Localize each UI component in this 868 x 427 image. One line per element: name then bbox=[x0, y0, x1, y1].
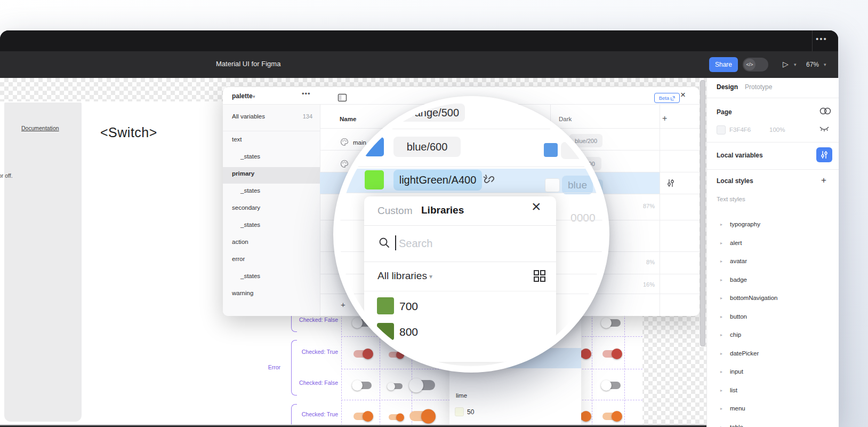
zoom-level[interactable]: 67% bbox=[806, 61, 819, 68]
style-row-table[interactable]: ▸table bbox=[707, 424, 839, 427]
style-row-avatar[interactable]: ▸avatar bbox=[707, 258, 839, 268]
caret-right-icon[interactable]: ▸ bbox=[720, 259, 722, 264]
switch-unchecked-small[interactable] bbox=[389, 383, 403, 389]
style-row-input[interactable]: ▸input bbox=[707, 368, 839, 379]
add-variable-icon[interactable]: + bbox=[341, 300, 345, 309]
caret-right-icon[interactable]: ▸ bbox=[720, 406, 722, 411]
caret-right-icon[interactable]: ▸ bbox=[720, 278, 722, 282]
more-menu-icon[interactable]: ••• bbox=[816, 34, 827, 43]
tab-libraries[interactable]: Libraries bbox=[421, 204, 464, 216]
magnified-chip-blue-50[interactable]: blue bbox=[562, 176, 593, 194]
add-style-icon[interactable]: + bbox=[821, 175, 826, 186]
collection-dropdown[interactable]: palette bbox=[232, 92, 253, 100]
style-row-list[interactable]: ▸list bbox=[707, 387, 839, 398]
window-bottom-edge bbox=[0, 424, 706, 425]
hidden-eye-icon[interactable] bbox=[819, 126, 830, 132]
sliders-icon[interactable] bbox=[666, 178, 675, 188]
switch-checked-warning-large[interactable] bbox=[409, 411, 434, 421]
switch-checked-warning[interactable] bbox=[353, 413, 372, 420]
canvas-scrollbar[interactable] bbox=[700, 80, 705, 346]
panel-menu-icon[interactable]: ••• bbox=[302, 90, 311, 98]
sidebar-group-primary[interactable]: primary bbox=[232, 170, 254, 177]
tab-design[interactable]: Design bbox=[717, 83, 738, 91]
caret-right-icon[interactable]: ▸ bbox=[720, 296, 722, 301]
share-button[interactable]: Share bbox=[709, 57, 738, 72]
style-row-chip[interactable]: ▸chip bbox=[707, 331, 839, 342]
tab-prototype[interactable]: Prototype bbox=[745, 83, 772, 91]
switch-checked-warning-small[interactable] bbox=[389, 414, 403, 420]
sidebar-group-warning[interactable]: warning bbox=[232, 290, 253, 296]
switch-checked-error[interactable] bbox=[602, 350, 621, 358]
page-opacity[interactable]: 100% bbox=[769, 126, 785, 133]
library-item[interactable]: 50 bbox=[467, 408, 474, 416]
style-label: list bbox=[730, 387, 737, 393]
style-row-typography[interactable]: ▸typography bbox=[707, 221, 839, 232]
caret-right-icon[interactable]: ▸ bbox=[720, 369, 722, 374]
blend-icon[interactable] bbox=[819, 107, 832, 115]
sidebar-group-text[interactable]: text bbox=[232, 136, 242, 143]
sidebar-group-states[interactable]: _states bbox=[240, 273, 260, 279]
style-row-alert[interactable]: ▸alert bbox=[707, 240, 839, 250]
search-input[interactable]: Search bbox=[399, 238, 432, 250]
style-row-badge[interactable]: ▸badge bbox=[707, 276, 839, 287]
caret-right-icon[interactable]: ▸ bbox=[720, 388, 722, 393]
open-variables-button[interactable] bbox=[816, 147, 832, 162]
switch-unchecked[interactable] bbox=[353, 382, 372, 389]
close-icon[interactable]: × bbox=[680, 90, 686, 100]
divider bbox=[223, 131, 320, 131]
library-item-800[interactable]: 800 bbox=[399, 326, 418, 338]
beta-label: Beta bbox=[659, 95, 670, 101]
all-variables-item[interactable]: All variables bbox=[232, 113, 265, 120]
sidebar-group-action[interactable]: action bbox=[232, 239, 248, 245]
detach-variable-icon[interactable] bbox=[481, 172, 496, 187]
switch-checked-warning[interactable] bbox=[602, 413, 621, 420]
tab-custom[interactable]: Custom bbox=[377, 205, 412, 217]
documentation-link[interactable]: Documentation bbox=[21, 125, 59, 131]
library-filter-dropdown[interactable]: All libraries bbox=[377, 270, 427, 282]
caret-right-icon[interactable]: ▸ bbox=[720, 333, 722, 337]
beta-badge[interactable]: Beta bbox=[654, 93, 680, 103]
figma-canvas[interactable]: Documentation or off. <Switch> Checked: … bbox=[0, 78, 706, 425]
zoom-chevron-icon[interactable]: ▾ bbox=[824, 62, 826, 67]
libraries-dialog: Custom Libraries × Search All libraries … bbox=[364, 196, 556, 362]
present-chevron-icon[interactable]: ▾ bbox=[794, 62, 797, 67]
close-icon[interactable]: × bbox=[532, 197, 541, 216]
switch-unchecked[interactable] bbox=[602, 382, 621, 389]
magnified-chip-blue-600[interactable]: blue/600 bbox=[393, 137, 461, 157]
sidebar-group-states[interactable]: _states bbox=[240, 187, 260, 194]
grid-view-icon[interactable] bbox=[533, 269, 546, 283]
style-row-datepicker[interactable]: ▸datePicker bbox=[707, 350, 839, 361]
text-cursor bbox=[395, 235, 396, 250]
page-color-swatch[interactable] bbox=[717, 125, 726, 135]
inspector-panel: Design Prototype Page F3F4F6 100% Local … bbox=[706, 78, 839, 427]
switch-unchecked-large[interactable] bbox=[411, 380, 435, 390]
collection-chevron-icon[interactable]: ▾ bbox=[253, 94, 255, 99]
magnified-chip-lightgreen[interactable]: lightGreen/A400 bbox=[393, 170, 482, 191]
present-icon[interactable]: ▷ bbox=[783, 60, 789, 68]
divider bbox=[364, 262, 556, 262]
divider bbox=[707, 169, 839, 170]
page-color-hex[interactable]: F3F4F6 bbox=[729, 126, 751, 133]
caret-right-icon[interactable]: ▸ bbox=[720, 222, 722, 227]
sidebar-group-secondary[interactable]: secondary bbox=[232, 204, 260, 211]
caret-right-icon[interactable]: ▸ bbox=[720, 351, 722, 356]
sidebar-group-error[interactable]: error bbox=[232, 256, 245, 262]
caret-right-icon[interactable]: ▸ bbox=[720, 425, 722, 427]
filter-chevron-icon[interactable]: ▾ bbox=[429, 273, 432, 280]
caret-right-icon[interactable]: ▸ bbox=[720, 314, 722, 319]
dev-mode-toggle[interactable]: </> bbox=[743, 58, 768, 72]
column-header-name[interactable]: Name bbox=[340, 116, 356, 122]
toggle-sidebar-icon[interactable] bbox=[337, 92, 348, 103]
style-row-menu[interactable]: ▸menu bbox=[707, 405, 839, 416]
style-row-bottomnavigation[interactable]: ▸bottomNavigation bbox=[707, 295, 839, 305]
column-header-dark[interactable]: Dark bbox=[559, 116, 572, 122]
variable-name-main[interactable]: main bbox=[353, 139, 366, 146]
switch-checked-error[interactable] bbox=[353, 350, 372, 358]
sidebar-group-states[interactable]: _states bbox=[240, 222, 260, 228]
library-item-700[interactable]: 700 bbox=[399, 300, 418, 313]
sidebar-group-states[interactable]: _states bbox=[240, 153, 260, 160]
style-row-button[interactable]: ▸button bbox=[707, 313, 839, 324]
switch-unchecked[interactable] bbox=[602, 319, 621, 327]
caret-right-icon[interactable]: ▸ bbox=[720, 241, 722, 246]
add-mode-icon[interactable]: + bbox=[662, 114, 667, 123]
